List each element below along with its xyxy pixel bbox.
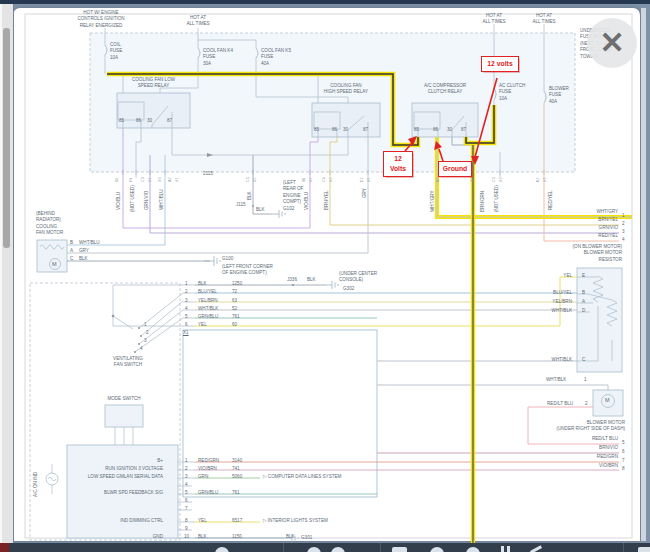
circle-icon[interactable] [215, 547, 229, 552]
page-edge [0, 4, 2, 543]
bars-icon[interactable] [501, 546, 504, 552]
toolbar-divider [380, 543, 381, 552]
annotation-ground: Ground [438, 161, 472, 177]
corner-badge [0, 543, 9, 552]
bars2-icon[interactable] [507, 546, 510, 552]
circle-icon[interactable] [331, 547, 345, 552]
background-scrollbar[interactable] [0, 4, 14, 543]
viewer-toolbar[interactable] [0, 543, 650, 552]
rect-icon[interactable] [392, 547, 407, 552]
close-icon: ✕ [599, 28, 624, 58]
toolbar-divider [623, 543, 624, 552]
toolbar-divider [283, 543, 284, 552]
circle-icon[interactable] [466, 547, 480, 552]
window-top-bar [0, 0, 650, 4]
scrollbar-thumb[interactable] [3, 28, 10, 248]
annotation-12-volts-top: 12 volts [481, 56, 519, 72]
circle-icon[interactable] [430, 547, 444, 552]
circle-icon[interactable] [307, 547, 321, 552]
diagram-viewer-panel [13, 8, 640, 541]
close-button[interactable]: ✕ [587, 18, 637, 68]
right-edge-strip [641, 8, 646, 541]
rect-icon[interactable] [638, 547, 650, 552]
arrow-icon[interactable] [530, 545, 542, 552]
annotation-12-volts-left: 12 Volts [383, 151, 413, 177]
